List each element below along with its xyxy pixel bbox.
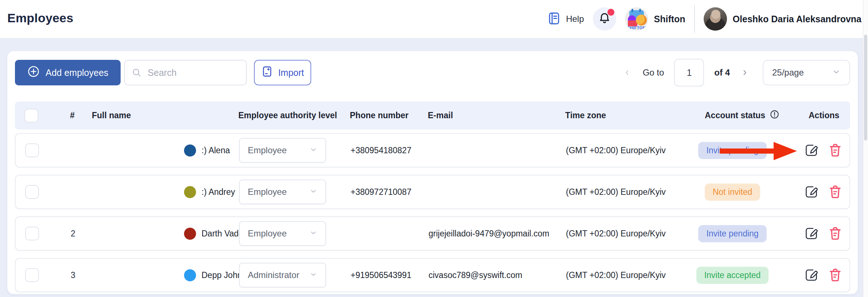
- edit-button[interactable]: [804, 267, 820, 283]
- top-header-bar: Employees Help SHIFTON Shifton Oleshko D…: [0, 0, 868, 38]
- vertical-scrollbar[interactable]: [863, 0, 868, 297]
- user-avatar: [704, 7, 727, 31]
- phone-cell: +919506543991: [348, 270, 427, 280]
- phone-cell: +380954180827: [348, 146, 427, 155]
- delete-button[interactable]: [828, 226, 842, 241]
- phone-cell: +380972710087: [348, 187, 427, 197]
- edit-button[interactable]: [804, 142, 820, 158]
- status-badge: Invite pending: [698, 142, 766, 159]
- delete-button[interactable]: [828, 268, 842, 282]
- info-icon[interactable]: [770, 109, 779, 122]
- status-badge: Invite accepted: [696, 267, 769, 284]
- header-actions: Help SHIFTON Shifton Oleshko Daria Aleks…: [547, 0, 861, 38]
- chevron-down-icon: [309, 187, 317, 197]
- col-phone: Phone number: [348, 111, 427, 120]
- goto-label: Go to: [643, 68, 664, 78]
- employees-panel: Add employees Import Go to of 4: [7, 51, 858, 294]
- authority-select[interactable]: Employee: [239, 180, 326, 204]
- row-number: 2: [56, 229, 85, 239]
- email-cell: civasoc789@syswift.com: [427, 270, 566, 280]
- table-row: :) Alena Employee +380954180827 (GMT +02…: [15, 133, 850, 167]
- delete-button[interactable]: [828, 143, 842, 158]
- select-all-checkbox[interactable]: [24, 109, 38, 123]
- page-size-select[interactable]: 25/page: [763, 60, 850, 85]
- chevron-down-icon: [309, 270, 317, 280]
- timezone-cell: (GMT +02:00) Europe/Kyiv: [566, 146, 701, 155]
- status-badge: Not invited: [705, 184, 761, 201]
- employee-color-dot: [184, 228, 196, 240]
- chevron-down-icon: [309, 146, 317, 155]
- plus-circle-icon: [27, 65, 40, 80]
- header-divider: [694, 5, 695, 33]
- timezone-cell: (GMT +02:00) Europe/Kyiv: [566, 270, 701, 280]
- row-number: 3: [56, 270, 85, 280]
- delete-button[interactable]: [828, 185, 842, 199]
- pagination: Go to of 4 25/page: [622, 59, 850, 86]
- brand-name: Shifton: [654, 14, 685, 24]
- col-authority: Employee authority level: [238, 111, 348, 120]
- row-checkbox[interactable]: [25, 268, 39, 282]
- col-timezone: Time zone: [565, 111, 700, 120]
- import-button[interactable]: Import: [254, 60, 311, 85]
- prev-page-button[interactable]: [622, 69, 633, 77]
- scrollbar-thumb[interactable]: [864, 35, 867, 140]
- brand[interactable]: SHIFTON Shifton: [625, 7, 685, 31]
- authority-select[interactable]: Employee: [239, 221, 326, 246]
- page-number-input[interactable]: [674, 59, 704, 86]
- employee-name-cell: Darth Vader (2): [85, 228, 239, 240]
- row-checkbox[interactable]: [25, 185, 39, 199]
- page-title: Employees: [7, 11, 73, 25]
- status-badge: Invite pending: [698, 225, 766, 242]
- chevron-down-icon: [832, 68, 841, 78]
- chevron-down-icon: [309, 229, 317, 238]
- edit-button[interactable]: [804, 184, 820, 200]
- employee-color-dot: [184, 186, 196, 198]
- help-label: Help: [566, 14, 584, 24]
- timezone-cell: (GMT +02:00) Europe/Kyiv: [566, 187, 701, 197]
- table-header-row: # Full name Employee authority level Pho…: [15, 101, 850, 130]
- help-icon: [547, 12, 561, 27]
- row-checkbox[interactable]: [25, 227, 39, 240]
- email-cell: grijejeilladoi-9479@yopmail.com: [427, 229, 566, 239]
- employee-color-dot: [184, 144, 196, 157]
- col-email: E-mail: [427, 111, 565, 120]
- col-actions: Actions: [802, 111, 850, 120]
- table-row: 3 Depp Johnny (3) Administrator +9195065…: [15, 258, 850, 292]
- add-employees-button[interactable]: Add employees: [15, 60, 121, 85]
- employee-name-cell: Depp Johnny (3): [85, 269, 239, 281]
- help-button[interactable]: Help: [547, 12, 584, 27]
- table-row: 2 Darth Vader (2) Employee grijejeillado…: [15, 216, 850, 251]
- col-full-name: Full name: [84, 111, 238, 120]
- authority-select[interactable]: Employee: [239, 138, 326, 163]
- total-pages-label: of 4: [714, 68, 730, 78]
- col-account-status: Account status: [700, 109, 802, 122]
- user-menu[interactable]: Oleshko Daria Aleksandrovna: [704, 7, 861, 31]
- search-input[interactable]: [124, 60, 247, 85]
- row-checkbox[interactable]: [25, 143, 39, 157]
- employee-color-dot: [184, 269, 196, 281]
- search-box: [124, 60, 247, 85]
- edit-button[interactable]: [804, 225, 820, 242]
- employee-name-cell: :) Alena: [85, 144, 239, 157]
- shifton-logo-icon: SHIFTON: [625, 7, 648, 31]
- col-number: #: [55, 111, 84, 120]
- import-file-icon: [261, 66, 273, 80]
- notification-dot-badge: [607, 9, 614, 16]
- next-page-button[interactable]: [739, 69, 750, 77]
- user-name: Oleshko Daria Aleksandrovna: [733, 14, 861, 24]
- table-row: :) Andrey Employee +380972710087 (GMT +0…: [15, 175, 850, 209]
- timezone-cell: (GMT +02:00) Europe/Kyiv: [566, 229, 701, 239]
- toolbar: Add employees Import Go to of 4: [15, 60, 850, 85]
- authority-select[interactable]: Administrator: [239, 263, 326, 288]
- employee-name-cell: :) Andrey: [85, 186, 239, 198]
- search-icon: [132, 68, 142, 79]
- notifications-button[interactable]: [593, 7, 616, 31]
